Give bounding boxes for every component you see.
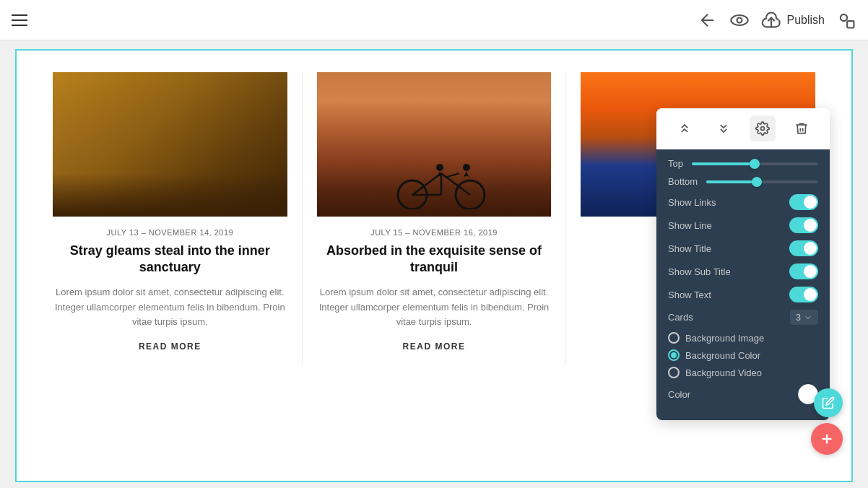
bottom-label: Bottom: [668, 176, 698, 187]
card-1-read-more[interactable]: READ MORE: [53, 341, 287, 352]
card-1-text: Lorem ipsum dolor sit amet, consectetur …: [53, 285, 287, 330]
bg-image-radio[interactable]: [668, 332, 680, 344]
show-sub-title-label: Show Sub Title: [668, 266, 731, 277]
svg-point-5: [841, 14, 847, 20]
show-line-label: Show Line: [668, 220, 712, 231]
card-2-text: Lorem ipsum dolor sit amet, consectetur …: [317, 285, 552, 330]
show-text-label: Show Text: [668, 289, 711, 300]
show-links-row: Show Links: [668, 194, 818, 210]
card-1-image: [53, 72, 287, 217]
color-row: Color: [668, 384, 818, 404]
show-links-toggle[interactable]: [789, 194, 818, 210]
bg-video-label: Background Video: [685, 367, 762, 378]
svg-point-13: [436, 164, 443, 171]
topbar: Publish: [0, 0, 868, 40]
show-title-toggle[interactable]: [789, 240, 818, 256]
shapes-icon[interactable]: [836, 10, 856, 30]
bg-color-row: Background Color: [668, 349, 818, 361]
settings-panel: Top Bottom: [656, 149, 830, 420]
show-line-row: Show Line: [668, 217, 818, 233]
fab-add-button[interactable]: [811, 423, 843, 455]
preview-icon[interactable]: [729, 10, 750, 30]
settings-button[interactable]: [750, 116, 776, 141]
show-links-label: Show Links: [668, 197, 716, 208]
publish-button[interactable]: Publish: [761, 10, 825, 30]
show-line-toggle[interactable]: [789, 217, 818, 233]
topbar-right: Publish: [698, 10, 856, 30]
toolbar-icons-row: [656, 108, 830, 149]
color-label: Color: [668, 389, 690, 400]
show-sub-title-row: Show Sub Title: [668, 263, 818, 279]
card-1-title: Stray gleams steal into the inner sanctu…: [53, 243, 287, 276]
card-2-date: JULY 15 – NOVEMBER 16, 2019: [317, 228, 552, 237]
bg-image-label: Background Image: [685, 333, 764, 344]
bg-color-radio[interactable]: [668, 349, 680, 361]
top-label: Top: [668, 158, 683, 169]
bottom-row: Bottom: [668, 176, 818, 187]
svg-point-18: [761, 127, 765, 131]
fab-edit-button[interactable]: [814, 388, 843, 417]
show-text-row: Show Text: [668, 287, 818, 302]
floating-toolbar: Top Bottom: [656, 108, 830, 420]
show-title-label: Show Title: [668, 243, 711, 254]
move-up-button[interactable]: [672, 116, 698, 141]
svg-point-14: [463, 164, 470, 171]
card-1: JULY 13 – NOVEMBER 14, 2019 Stray gleams…: [38, 72, 303, 366]
svg-point-2: [731, 15, 747, 25]
show-sub-title-toggle[interactable]: [789, 263, 818, 279]
move-down-button[interactable]: [711, 116, 737, 141]
show-text-toggle[interactable]: [789, 287, 818, 302]
bg-color-label: Background Color: [685, 350, 760, 361]
card-2-read-more[interactable]: READ MORE: [317, 341, 552, 352]
card-1-date: JULY 13 – NOVEMBER 14, 2019: [53, 228, 287, 237]
svg-line-15: [445, 173, 459, 178]
bg-video-row: Background Video: [668, 367, 818, 378]
back-icon[interactable]: [698, 10, 718, 30]
delete-button[interactable]: [789, 116, 815, 141]
card-2: JULY 15 – NOVEMBER 16, 2019 Absorbed in …: [303, 72, 567, 366]
top-slider[interactable]: [692, 162, 818, 165]
topbar-left: [12, 14, 27, 26]
svg-rect-6: [847, 21, 854, 27]
bg-image-row: Background Image: [668, 332, 818, 344]
top-row: Top: [668, 158, 818, 169]
cards-row: Cards 3: [668, 310, 818, 325]
cards-value: 3: [796, 312, 801, 323]
card-2-title: Absorbed in the exquisite sense of tranq…: [317, 243, 552, 276]
show-title-row: Show Title: [668, 240, 818, 256]
svg-point-3: [737, 17, 742, 22]
card-2-image: [317, 72, 552, 217]
cards-select[interactable]: 3: [790, 310, 818, 325]
publish-label: Publish: [787, 14, 825, 27]
cards-label: Cards: [668, 312, 693, 323]
hamburger-menu-icon[interactable]: [12, 14, 27, 26]
canvas-area: JULY 13 – NOVEMBER 14, 2019 Stray gleams…: [15, 49, 853, 482]
bottom-slider[interactable]: [706, 180, 818, 183]
bg-video-radio[interactable]: [668, 367, 680, 378]
